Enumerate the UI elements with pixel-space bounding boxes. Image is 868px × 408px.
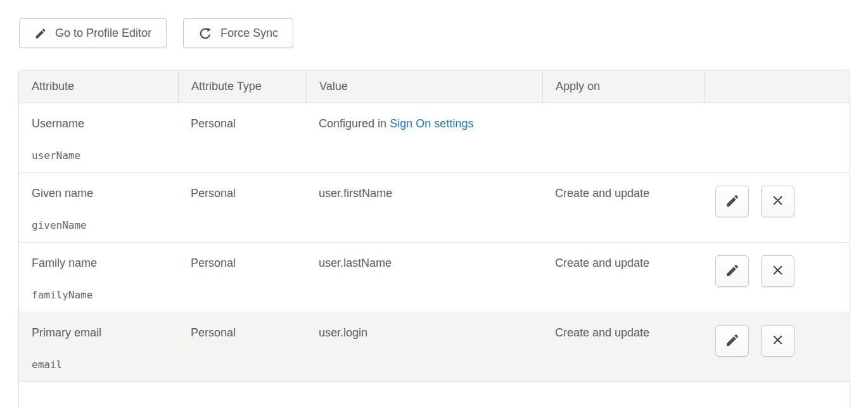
delete-mapping-button[interactable] [761, 186, 795, 217]
attribute-label: Given name [32, 186, 169, 201]
toolbar: Go to Profile Editor Force Sync [19, 18, 293, 48]
attribute-cell: Primary email email [19, 312, 178, 381]
attribute-variable-name: userName [32, 148, 169, 163]
edit-mapping-button[interactable] [715, 255, 749, 287]
value-cell: user.login [306, 312, 542, 381]
table-row-partial [19, 382, 850, 408]
force-sync-label: Force Sync [220, 27, 278, 40]
apply-on-cell [542, 103, 704, 172]
apply-on-cell: Create and update [542, 243, 704, 312]
delete-mapping-button[interactable] [761, 255, 795, 287]
column-header-actions [704, 70, 850, 103]
attribute-cell: Given name givenName [19, 173, 178, 242]
pencil-icon [725, 333, 740, 350]
table-row-primary-email: Primary email email Personal user.login … [19, 312, 850, 382]
attribute-type-cell: Personal [178, 173, 306, 242]
value-cell: user.firstName [306, 173, 542, 242]
close-icon [770, 193, 785, 210]
delete-mapping-button[interactable] [761, 325, 795, 357]
attribute-mappings-table: Attribute Attribute Type Value Apply on … [18, 70, 850, 408]
attribute-cell: Family name familyName [19, 243, 178, 312]
attribute-label: Family name [32, 255, 169, 271]
column-header-attribute: Attribute [19, 70, 178, 103]
value-cell: Configured in Sign On settings [306, 103, 542, 172]
apply-on-cell: Create and update [542, 312, 704, 381]
edit-mapping-button[interactable] [715, 325, 749, 357]
force-sync-button[interactable]: Force Sync [183, 18, 293, 48]
attribute-cell: Username userName [19, 103, 178, 172]
apply-on-cell: Create and update [542, 173, 704, 242]
pencil-icon [34, 27, 47, 40]
value-cell: user.lastName [306, 243, 542, 312]
pencil-icon [725, 193, 740, 210]
attribute-label: Username [32, 116, 169, 131]
attribute-variable-name: email [32, 357, 169, 373]
attribute-variable-name: familyName [32, 288, 169, 303]
close-icon [770, 333, 785, 349]
attribute-type-cell: Personal [178, 243, 306, 312]
column-header-value: Value [306, 70, 542, 103]
table-row-given-name: Given name givenName Personal user.first… [19, 173, 850, 243]
value-text: Configured in [319, 117, 390, 130]
refresh-icon [198, 27, 212, 41]
sign-on-settings-link[interactable]: Sign On settings [390, 117, 473, 130]
column-header-attribute-type: Attribute Type [178, 70, 306, 103]
pencil-icon [725, 263, 740, 280]
actions-cell [704, 312, 850, 381]
actions-cell [704, 243, 850, 312]
attribute-type-cell: Personal [178, 312, 306, 381]
column-header-apply-on: Apply on [542, 70, 704, 103]
table-row-username: Username userName Personal Configured in… [19, 103, 850, 173]
actions-cell [704, 173, 850, 242]
close-icon [770, 263, 785, 279]
attribute-type-cell: Personal [178, 103, 306, 172]
table-row-family-name: Family name familyName Personal user.las… [19, 243, 850, 312]
attribute-variable-name: givenName [32, 218, 169, 233]
table-header-row: Attribute Attribute Type Value Apply on [19, 70, 850, 103]
go-to-profile-editor-button[interactable]: Go to Profile Editor [19, 18, 167, 48]
actions-cell [704, 103, 850, 172]
go-to-profile-editor-label: Go to Profile Editor [55, 27, 151, 40]
edit-mapping-button[interactable] [715, 186, 749, 217]
attribute-label: Primary email [32, 325, 169, 340]
